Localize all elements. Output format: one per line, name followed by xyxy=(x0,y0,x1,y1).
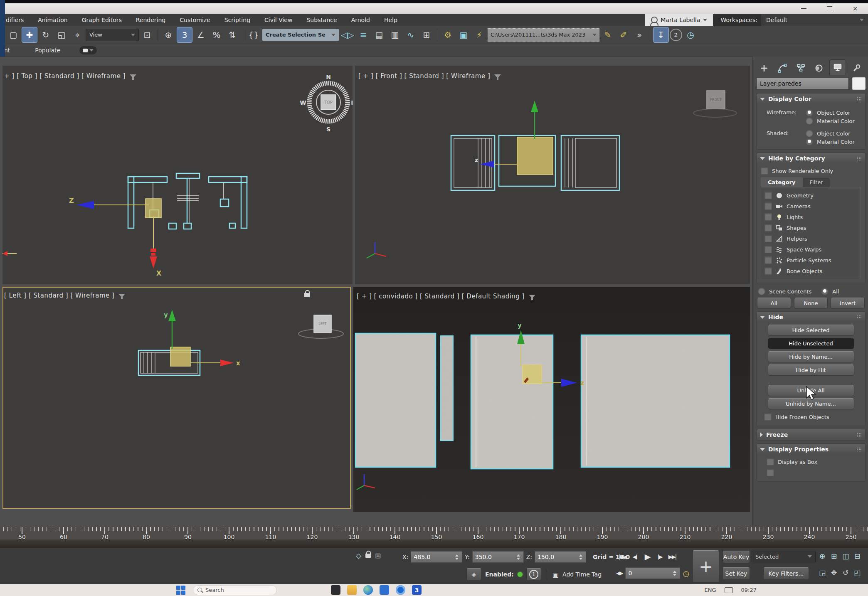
key-mode-toggle-icon[interactable]: ◀▶ xyxy=(616,570,623,576)
viewport-front-label[interactable]: [ + ] [ Front ] [ Standard ] [ Wireframe… xyxy=(358,72,501,80)
taskbar-search[interactable]: Search xyxy=(193,585,277,595)
set-key-button[interactable]: Set Key xyxy=(723,567,750,580)
tab-display[interactable] xyxy=(829,59,846,75)
viewport-left[interactable]: [ Left ] [ Standard ] [ Wireframe ] LEFT xyxy=(2,287,351,509)
lights-checkbox[interactable] xyxy=(764,213,772,221)
menu-scripting[interactable]: Scripting xyxy=(217,17,257,23)
bone-objects-checkbox[interactable] xyxy=(764,267,772,275)
start-button[interactable] xyxy=(176,586,185,595)
rollout-hide-header[interactable]: Hide xyxy=(757,312,865,323)
minimize-button[interactable] xyxy=(791,3,816,14)
toolbar-overflow-button[interactable]: » xyxy=(632,27,647,42)
shaded-material-color-radio[interactable] xyxy=(806,138,813,145)
filter-funnel-icon[interactable] xyxy=(130,74,136,78)
next-frame-button[interactable]: |▶ xyxy=(653,551,666,562)
x-coordinate-field[interactable]: 485.0 xyxy=(411,551,462,563)
ribbon-config-button[interactable] xyxy=(79,46,97,54)
spinner-icon[interactable] xyxy=(516,554,521,560)
viewcube-left[interactable]: LEFT xyxy=(298,315,343,338)
selection-gizmo[interactable]: Z X xyxy=(69,197,162,277)
select-and-manipulate-button[interactable]: ⊕ xyxy=(161,27,176,42)
timeline-track-bar[interactable]: 50 60 70 80 90 100 110 120 130 140 150 1… xyxy=(0,527,868,548)
menu-rendering[interactable]: Rendering xyxy=(129,17,173,23)
curve-editor-button[interactable]: ∿ xyxy=(403,27,418,42)
viewport-top[interactable]: + ] [ Top ] [ Standard ] [ Wireframe ] T… xyxy=(2,66,353,284)
menu-civil-view[interactable]: Civil View xyxy=(257,17,299,23)
add-time-tag[interactable]: Add Time Tag xyxy=(562,571,602,578)
project-path-dropdown[interactable]: C:\Users\201111...ts\3ds Max 2023 xyxy=(488,28,599,42)
layer-color-swatch[interactable] xyxy=(852,77,866,90)
viewport-top-label[interactable]: + ] [ Top ] [ Standard ] [ Wireframe ] xyxy=(4,72,136,80)
hide-unselected-button[interactable]: Hide Unselected xyxy=(768,338,854,349)
category-row-geometry[interactable]: Geometry xyxy=(763,190,859,201)
taskbar-edge-browser[interactable] xyxy=(363,585,373,595)
pan-hand-icon[interactable]: ✥ xyxy=(828,567,840,578)
rendered-frame-button[interactable]: ▣ xyxy=(456,27,471,42)
spinner-icon[interactable] xyxy=(578,554,583,560)
menu-help[interactable]: Help xyxy=(377,17,404,23)
all-button[interactable]: All xyxy=(757,298,791,309)
tab-create[interactable] xyxy=(756,62,772,75)
selection-gizmo[interactable]: y x xyxy=(164,310,240,367)
filter-funnel-icon[interactable] xyxy=(494,74,501,78)
hide-by-hit-button[interactable]: Hide by Hit xyxy=(768,364,854,376)
select-object-button[interactable]: ▢ xyxy=(6,27,21,42)
viewcube-front[interactable]: FRONT xyxy=(693,91,737,117)
menu-substance[interactable]: Substance xyxy=(299,17,344,23)
save-increment-button[interactable]: ↧ xyxy=(653,27,669,43)
viewport-perspective-label[interactable]: [ + ] [ convidado ] [ Standard ] [ Defau… xyxy=(357,293,535,300)
isolate-selection-icon[interactable]: ◇ xyxy=(356,552,361,560)
tab-utilities[interactable] xyxy=(848,62,864,75)
display-as-box-checkbox[interactable] xyxy=(767,458,774,465)
tab-category[interactable]: Category xyxy=(761,177,802,187)
menu-graph-editors[interactable]: Graph Editors xyxy=(75,17,129,23)
history-button[interactable]: ◷ xyxy=(683,27,698,42)
shapes-checkbox[interactable] xyxy=(764,224,772,232)
key-selection-dropdown[interactable]: Selected xyxy=(752,551,816,562)
category-row-shapes[interactable]: Shapes xyxy=(763,222,859,233)
clipped-checkbox[interactable] xyxy=(767,469,774,476)
filter-funnel-icon[interactable] xyxy=(118,294,125,298)
shaded-object-color-radio[interactable] xyxy=(806,130,813,137)
keyboard-icon[interactable] xyxy=(725,587,733,593)
language-indicator[interactable]: ENG xyxy=(705,587,716,593)
ribbon-toggle-button[interactable]: ▥ xyxy=(387,27,402,42)
key-filters-button[interactable]: Key Filters... xyxy=(763,567,809,580)
pan-zoom-icon[interactable]: ◲ xyxy=(816,567,828,578)
layer-name-field[interactable]: Layer:paredes xyxy=(756,78,849,89)
hide-frozen-objects-checkbox[interactable] xyxy=(764,413,772,421)
shield-button[interactable]: ◈ xyxy=(466,568,481,581)
workspace-dropdown[interactable]: Default xyxy=(762,14,868,26)
viewport-left-label[interactable]: [ Left ] [ Standard ] [ Wireframe ] xyxy=(4,292,125,299)
show-renderable-only-checkbox[interactable] xyxy=(761,167,768,175)
selection-lock-icon[interactable] xyxy=(365,554,371,558)
current-frame-field[interactable]: 0 xyxy=(625,567,680,579)
script-open-button[interactable]: ✐ xyxy=(616,27,631,42)
maximize-viewport-icon[interactable]: ◰ xyxy=(851,567,863,578)
go-to-start-button[interactable]: |◀◀ xyxy=(616,551,629,562)
orbit-icon[interactable]: ↺ xyxy=(840,567,851,578)
auto-key-button[interactable]: Auto Key xyxy=(723,551,750,563)
tab-hierarchy[interactable] xyxy=(793,62,809,75)
viewport-perspective[interactable]: [ + ] [ convidado ] [ Standard ] [ Defau… xyxy=(353,287,750,512)
render-setup-button[interactable]: ⚙ xyxy=(440,27,455,42)
rollout-hide-by-category-header[interactable]: Hide by Category xyxy=(757,153,865,164)
menu-animation[interactable]: Animation xyxy=(31,17,74,23)
category-row-bone-objects[interactable]: Bone Objects xyxy=(763,266,859,276)
menu-arnold[interactable]: Arnold xyxy=(344,17,377,23)
taskbar-file-explorer[interactable] xyxy=(347,585,357,595)
transform-type-in-icon[interactable]: ⊞ xyxy=(375,552,381,560)
category-row-cameras[interactable]: Cameras xyxy=(763,201,859,212)
play-button[interactable]: ▶ xyxy=(641,551,653,562)
time-configuration-icon[interactable]: ◷ xyxy=(683,569,689,578)
render-production-button[interactable]: ⚡ xyxy=(472,27,487,42)
space-warps-checkbox[interactable] xyxy=(764,246,772,253)
scene-contents-radio[interactable] xyxy=(758,288,765,295)
zoom-icon[interactable]: ⊕ xyxy=(816,551,828,562)
filter-funnel-icon[interactable] xyxy=(529,295,535,298)
none-button[interactable]: None xyxy=(794,298,828,309)
taskbar-store[interactable] xyxy=(380,585,389,595)
clock-time[interactable]: 09:27 xyxy=(741,587,757,593)
select-and-place-button[interactable]: ⌖ xyxy=(70,27,85,42)
set-keys-button[interactable]: + xyxy=(693,550,719,583)
